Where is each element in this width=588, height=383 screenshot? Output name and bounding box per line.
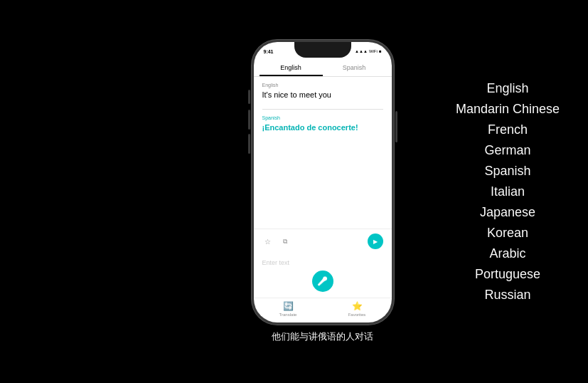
side-button-vol-up: [248, 110, 250, 130]
nav-favorites-label: Favorites: [348, 313, 366, 317]
tab-spanish[interactable]: Spanish: [323, 61, 386, 76]
copy-icon[interactable]: [279, 236, 291, 247]
language-list-item[interactable]: Italian: [491, 182, 525, 201]
phone-screen: English Spanish English It's nice to mee…: [254, 58, 392, 322]
action-icons-row: [254, 229, 392, 253]
status-time: 9:41: [264, 49, 274, 54]
subtitle: 他们能与讲俄语的人对话: [272, 330, 373, 343]
status-icons: ▲▲▲ WiFi ■: [355, 49, 381, 53]
target-language-label: Spanish: [262, 115, 383, 120]
action-icons-left: [262, 236, 291, 247]
nav-item-translate[interactable]: 🔄 Translate: [254, 301, 323, 317]
side-button-power: [395, 111, 397, 142]
language-list-item[interactable]: Russian: [484, 285, 530, 305]
text-input-placeholder[interactable]: Enter text: [262, 259, 383, 266]
translate-nav-icon: 🔄: [283, 301, 294, 311]
nav-translate-label: Translate: [279, 313, 297, 317]
favorites-nav-icon: ⭐: [352, 301, 363, 311]
favorite-icon[interactable]: [262, 236, 274, 247]
language-list-item[interactable]: English: [486, 79, 528, 98]
main-container: 9:41 ▲▲▲ WiFi ■ English Spanish English …: [0, 0, 588, 383]
language-list-item[interactable]: Korean: [487, 224, 528, 243]
language-list-item[interactable]: Japanese: [480, 203, 535, 222]
side-button-mute: [248, 90, 250, 104]
tab-english[interactable]: English: [260, 61, 323, 76]
side-button-vol-down: [248, 134, 250, 154]
language-list-item[interactable]: Spanish: [484, 162, 530, 181]
phone-wrapper: 9:41 ▲▲▲ WiFi ■ English Spanish English …: [252, 40, 394, 343]
signal-icon: ▲▲▲: [355, 49, 368, 53]
language-list-item[interactable]: Arabic: [489, 244, 525, 263]
source-language-label: English: [262, 83, 383, 88]
bottom-navigation: 🔄 Translate ⭐ Favorites: [254, 298, 392, 322]
play-button[interactable]: [368, 234, 383, 249]
source-text: It's nice to meet you: [262, 90, 383, 99]
phone: 9:41 ▲▲▲ WiFi ■ English Spanish English …: [252, 40, 394, 325]
translation-area: English It's nice to meet you Spanish ¡E…: [254, 77, 392, 229]
language-list-item[interactable]: German: [484, 141, 530, 160]
language-list-item[interactable]: Mandarin Chinese: [456, 100, 560, 119]
language-tabs: English Spanish: [254, 58, 392, 77]
language-list-item[interactable]: French: [488, 120, 528, 140]
battery-icon: ■: [379, 49, 382, 53]
nav-item-favorites[interactable]: ⭐ Favorites: [323, 301, 392, 317]
phone-notch: [294, 42, 351, 58]
language-list-item[interactable]: Portuguese: [475, 265, 540, 284]
input-area: Enter text: [254, 253, 392, 298]
language-list: EnglishMandarin ChineseFrenchGermanSpani…: [456, 79, 560, 305]
wifi-icon: WiFi: [369, 49, 378, 53]
target-text: ¡Encantado de conocerte!: [262, 123, 383, 132]
divider: [262, 109, 383, 110]
microphone-button[interactable]: [312, 271, 333, 292]
